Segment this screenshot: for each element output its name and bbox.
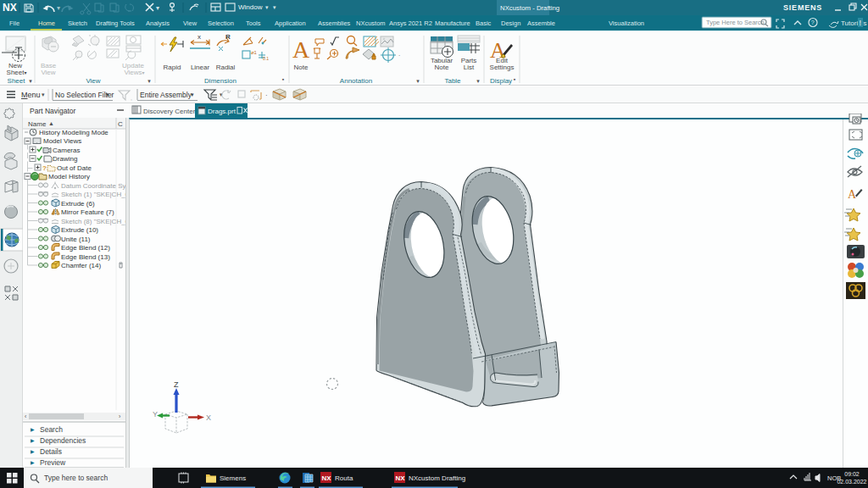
svg-text:NX: NX [322,474,332,482]
svg-text:Siemens: Siemens [220,474,246,482]
svg-text:NX: NX [396,474,406,482]
svg-text:Z: Z [174,380,179,389]
svg-text:Y: Y [153,410,158,419]
svg-text:Routa: Routa [335,474,353,482]
svg-text:A: A [848,188,857,201]
svg-text:Type here to search: Type here to search [44,474,108,482]
svg-text:X: X [206,413,211,422]
svg-text:NXcustom Drafting: NXcustom Drafting [409,474,465,482]
svg-text:02.03.2022: 02.03.2022 [837,479,866,485]
svg-text:09:02: 09:02 [844,471,860,477]
